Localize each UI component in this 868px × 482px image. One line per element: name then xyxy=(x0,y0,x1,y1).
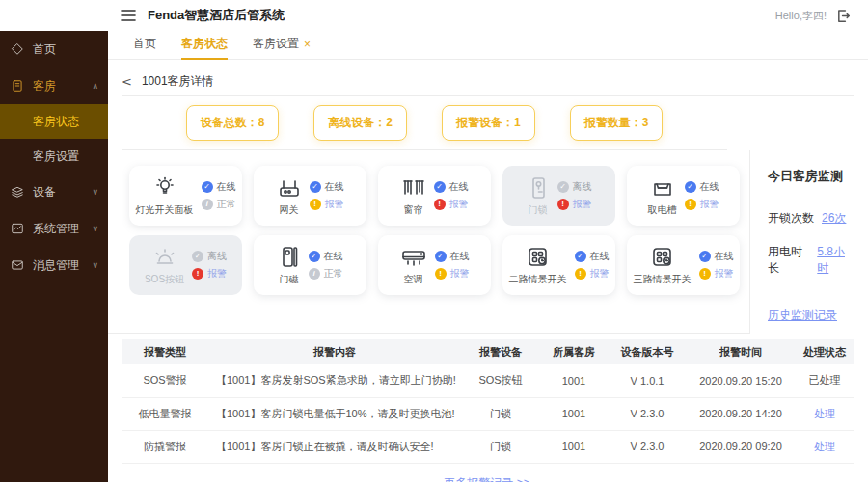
logout-icon[interactable] xyxy=(836,9,851,23)
status-label: 报警 xyxy=(325,198,344,211)
monitor-row: 用电时长 5.8小时 xyxy=(768,244,853,277)
tab-home[interactable]: 首页 xyxy=(133,31,156,60)
table-row: SOS警报 【1001】客房发射SOS紧急求助，请立即上门协助! SOS按钮 1… xyxy=(122,364,854,397)
status-label: 报警 xyxy=(450,267,470,281)
sidebar-item-home[interactable]: 首页 xyxy=(0,31,108,67)
col-room: 所属客房 xyxy=(540,339,608,364)
device-card[interactable]: 网关 在线 报警 xyxy=(254,166,366,226)
sidebar-item-system[interactable]: 系统管理 ∨ xyxy=(0,210,108,247)
cell-time: 2020.09.20 14:20 xyxy=(687,397,795,430)
device-card[interactable]: 窗帘 在线 报警 xyxy=(378,166,491,226)
tab-bar: 首页 客房状态 客房设置 × xyxy=(108,31,868,60)
status-label: 在线 xyxy=(449,180,469,194)
cell-alarm-device: SOS按钮 xyxy=(461,364,540,397)
cell-status[interactable]: 已处理 xyxy=(795,364,854,397)
cell-status[interactable]: 处理 xyxy=(795,397,854,430)
sidebar-item-room-status[interactable]: 客房状态 xyxy=(0,104,108,139)
device-name: 窗帘 xyxy=(404,203,423,217)
status-icon xyxy=(192,268,203,280)
status-icon xyxy=(435,268,447,280)
device-card[interactable]: 二路情景开关 在线 报警 xyxy=(502,235,615,295)
device-name: 门锁 xyxy=(529,203,548,217)
status-label: 在线 xyxy=(324,250,343,263)
chevron-down-icon: ∨ xyxy=(92,224,98,233)
back-arrow-icon[interactable]: < xyxy=(122,74,132,89)
history-records-link[interactable]: 历史监测记录 xyxy=(768,308,837,324)
status-icon xyxy=(699,251,711,262)
device-name: 二路情景开关 xyxy=(509,273,567,286)
breadcrumb: < 1001客房详情 xyxy=(122,67,854,96)
status-label: 在线 xyxy=(715,250,734,263)
col-time: 报警时间 xyxy=(687,339,795,364)
close-tab-icon[interactable]: × xyxy=(304,38,311,51)
status-icon xyxy=(557,181,569,193)
device-card[interactable]: 门磁 在线 正常 xyxy=(254,235,366,295)
cell-alarm-type: 防撬警报 xyxy=(122,430,208,463)
status-icon xyxy=(575,251,586,262)
status-label: 报警 xyxy=(207,267,227,281)
status-label: 在线 xyxy=(590,250,610,263)
status-icon xyxy=(699,268,711,280)
tab-room-status[interactable]: 客房状态 xyxy=(181,31,228,60)
status-label: 报警 xyxy=(700,198,719,211)
cell-status[interactable]: 处理 xyxy=(795,430,854,463)
device-name: 空调 xyxy=(404,273,423,286)
chart-icon xyxy=(10,221,25,236)
sidebar-item-messages[interactable]: 消息管理 ∨ xyxy=(0,247,108,283)
monitor-label: 开锁次数 xyxy=(768,210,814,227)
hamburger-menu-icon[interactable] xyxy=(121,9,136,22)
table-row: 防撬警报 【1001】客房门锁正在被撬，请及时确认安全! 门锁 1001 V 2… xyxy=(122,430,854,463)
status-label: 正常 xyxy=(324,267,343,281)
status-icon xyxy=(309,268,320,280)
cell-room: 1001 xyxy=(540,397,608,430)
cell-alarm-content: 【1001】客房门锁电量低于10%，请及时更换电池! xyxy=(208,397,461,430)
cell-room: 1001 xyxy=(540,430,608,463)
status-icon xyxy=(685,181,696,193)
status-label: 报警 xyxy=(590,267,610,281)
sidebar-item-devices[interactable]: 设备 ∨ xyxy=(0,174,108,210)
device-card[interactable]: 三路情景开关 在线 报警 xyxy=(627,235,740,295)
app-title: Fenda智慧酒店后管系统 xyxy=(148,7,285,24)
status-icon xyxy=(575,268,586,280)
gateway-icon xyxy=(277,175,302,201)
monitor-value-link[interactable]: 26次 xyxy=(822,210,846,227)
device-name: 灯光开关面板 xyxy=(136,203,194,217)
device-name: 网关 xyxy=(280,203,299,217)
sos-button-icon xyxy=(152,245,177,270)
alarm-table: 报警类型 报警内容 报警设备 所属客房 设备版本号 报警时间 处理状态 SOS警… xyxy=(122,339,853,482)
device-card[interactable]: 门锁 离线 报警 xyxy=(502,166,615,226)
light-panel-icon xyxy=(153,175,176,201)
cell-room: 1001 xyxy=(540,364,608,397)
status-label: 报警 xyxy=(715,267,734,281)
col-version: 设备版本号 xyxy=(608,339,687,364)
more-alarms-link[interactable]: 更多报警记录 >> xyxy=(122,475,853,482)
layers-icon xyxy=(10,184,25,200)
table-row: 低电量警报 【1001】客房门锁电量低于10%，请及时更换电池! 门锁 1001… xyxy=(122,397,854,430)
envelope-icon xyxy=(10,257,25,273)
col-status: 处理状态 xyxy=(795,339,854,364)
sidebar: 首页 客房 ∧ 客房状态 客房设置 设备 ∨ 系统管理 ∨ 消息管理 ∨ xyxy=(0,31,108,482)
device-card[interactable]: 取电槽 在线 报警 xyxy=(627,166,740,226)
status-label: 离线 xyxy=(207,250,227,263)
cell-time: 2020.09.20 15:20 xyxy=(687,364,795,397)
sidebar-item-room-settings[interactable]: 客房设置 xyxy=(0,139,108,174)
cell-time: 2020.09.20 09:20 xyxy=(687,430,795,463)
device-card[interactable]: 空调 在线 报警 xyxy=(378,235,491,295)
device-card[interactable]: 灯光开关面板 在线 正常 xyxy=(129,166,242,226)
sidebar-item-rooms[interactable]: 客房 ∧ xyxy=(0,67,108,104)
status-icon xyxy=(202,199,213,210)
stats-row: 设备总数：8 离线设备：2 报警设备：1 报警数量：3 xyxy=(122,96,727,150)
cell-alarm-type: SOS警报 xyxy=(122,364,208,397)
scene-switch-2-icon xyxy=(526,245,551,270)
cell-version: V 2.3.0 xyxy=(608,397,687,430)
tab-room-settings[interactable]: 客房设置 × xyxy=(253,31,311,60)
chevron-down-icon: ∨ xyxy=(92,260,98,270)
device-card[interactable]: SOS按钮 离线 报警 xyxy=(129,235,242,295)
device-name: 三路情景开关 xyxy=(634,273,692,286)
door-sensor-icon xyxy=(278,245,301,270)
monitor-value-link[interactable]: 5.8小时 xyxy=(817,244,853,277)
monitor-row: 开锁次数 26次 xyxy=(768,210,853,227)
status-icon xyxy=(310,181,321,193)
app-window: Fenda智慧酒店后管系统 Hello,李四! 首页 客房 ∧ 客房状态 客房设… xyxy=(0,0,868,482)
status-label: 正常 xyxy=(217,198,236,211)
